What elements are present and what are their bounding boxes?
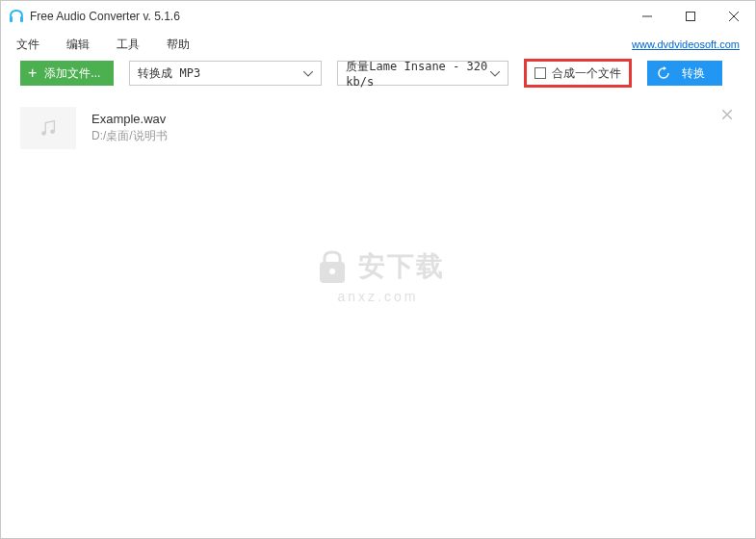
chevron-down-icon [303, 66, 313, 80]
svg-rect-5 [320, 262, 345, 283]
format-selected-label: 转换成 MP3 [138, 65, 200, 82]
app-title: Free Audio Converter v. 5.1.6 [30, 10, 625, 23]
menu-edit[interactable]: 编辑 [66, 37, 90, 53]
convert-label: 转换 [682, 65, 705, 82]
window-controls [625, 1, 755, 32]
file-path: D:/桌面/说明书 [91, 128, 168, 144]
refresh-icon [657, 66, 670, 80]
remove-file-button[interactable] [722, 107, 732, 122]
watermark-sub: anxz.com [338, 289, 419, 304]
svg-point-4 [50, 129, 55, 134]
format-select[interactable]: 转换成 MP3 [129, 61, 322, 86]
svg-point-6 [329, 269, 335, 274]
quality-select[interactable]: 质量Lame Insane - 320 kb/s [337, 61, 508, 86]
plus-icon: + [28, 65, 37, 81]
convert-button[interactable]: 转换 [647, 61, 722, 86]
chevron-down-icon [490, 66, 500, 80]
svg-rect-2 [686, 13, 694, 21]
svg-point-3 [41, 131, 46, 136]
file-list: Example.wav D:/桌面/说明书 [1, 91, 755, 165]
file-name: Example.wav [91, 112, 168, 126]
menubar: 文件 编辑 工具 帮助 www.dvdvideosoft.com [1, 32, 755, 57]
close-button[interactable] [712, 1, 755, 32]
checkbox-icon [534, 67, 546, 79]
watermark: 安下载 anxz.com [312, 246, 445, 304]
titlebar: Free Audio Converter v. 5.1.6 [1, 1, 755, 32]
toolbar: + 添加文件... 转换成 MP3 质量Lame Insane - 320 kb… [1, 57, 755, 91]
svg-rect-0 [10, 16, 13, 22]
merge-label: 合成一个文件 [552, 65, 621, 82]
file-info: Example.wav D:/桌面/说明书 [91, 112, 168, 144]
maximize-button[interactable] [668, 1, 712, 32]
music-note-icon [38, 117, 59, 139]
site-link[interactable]: www.dvdvideosoft.com [632, 38, 740, 50]
list-item[interactable]: Example.wav D:/桌面/说明书 [20, 99, 736, 157]
lock-icon [312, 246, 352, 287]
app-icon [9, 9, 24, 24]
watermark-text: 安下载 [358, 248, 445, 285]
merge-checkbox[interactable]: 合成一个文件 [524, 59, 632, 88]
quality-selected-label: 质量Lame Insane - 320 kb/s [346, 59, 490, 89]
menu-file[interactable]: 文件 [16, 37, 39, 53]
file-thumbnail [20, 107, 76, 149]
add-files-label: 添加文件... [44, 65, 100, 82]
menu-help[interactable]: 帮助 [167, 37, 190, 53]
menu-tools[interactable]: 工具 [117, 37, 140, 53]
add-files-button[interactable]: + 添加文件... [20, 61, 114, 86]
svg-rect-1 [20, 16, 23, 22]
minimize-button[interactable] [625, 1, 668, 32]
